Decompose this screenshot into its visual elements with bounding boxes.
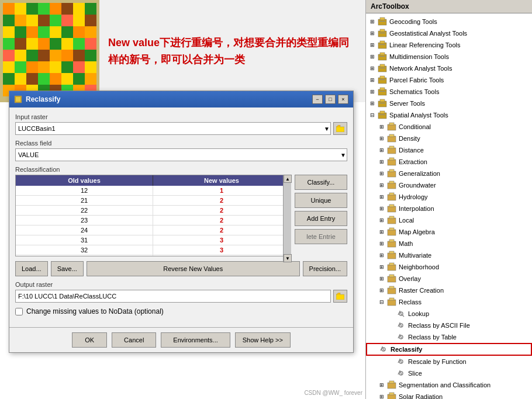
tree-label: Distance <box>399 147 424 154</box>
cancel-button[interactable]: Cancel <box>112 332 156 348</box>
missing-values-checkbox[interactable] <box>15 308 23 315</box>
svg-rect-56 <box>85 73 96 85</box>
tree-item-raster-creation[interactable]: ⊞ Raster Creation <box>366 284 532 296</box>
svg-rect-32 <box>85 38 96 50</box>
tree-item-schematics[interactable]: ⊞ Schematics Tools <box>366 86 532 98</box>
input-raster-row: ▼ <box>15 122 347 135</box>
tree-item-server[interactable]: ⊞ Server Tools <box>366 98 532 109</box>
svg-rect-46 <box>61 61 73 73</box>
toolbox-icon <box>378 110 387 120</box>
scroll-down-button[interactable]: ▼ <box>284 254 292 262</box>
tree-item-network[interactable]: ⊞ Network Analyst Tools <box>366 63 532 74</box>
table-row[interactable]: 242 <box>16 225 291 235</box>
tree-item-geostatistical[interactable]: ⊞ Geostatistical Analyst Tools <box>366 27 532 39</box>
tree-item-reclass-table[interactable]: ⊞ Reclass by Table <box>366 331 532 343</box>
action-buttons: Classify... Unique Add Entry lete Entrie <box>295 175 347 256</box>
expand-icon: ⊞ <box>368 64 376 72</box>
left-panel: New value下进行重编号，对想要合并的类型重编同样的新号，即可以合并为一类… <box>0 0 365 399</box>
expand-icon: ⊞ <box>378 134 386 143</box>
svg-rect-100 <box>388 148 396 154</box>
close-button[interactable]: × <box>338 95 348 104</box>
table-row[interactable]: 121 <box>16 186 291 196</box>
table-row[interactable]: 333 <box>16 255 291 256</box>
input-raster-field[interactable] <box>15 122 331 135</box>
output-raster-field[interactable] <box>15 290 331 303</box>
tree-item-reclassify[interactable]: ⊞ Reclassify <box>366 343 532 356</box>
delete-entry-button[interactable]: lete Entrie <box>295 229 347 244</box>
table-row[interactable]: 212 <box>16 196 291 206</box>
tree-item-math[interactable]: ⊞ Math <box>366 238 532 249</box>
expand-icon: ⊞ <box>378 181 386 189</box>
toolset-icon <box>387 181 396 190</box>
toolbox-icon <box>378 99 387 108</box>
tool-icon <box>396 309 406 318</box>
classify-button[interactable]: Classify... <box>295 175 347 190</box>
tree-item-extraction[interactable]: ⊞ Extraction <box>366 156 532 168</box>
load-button[interactable]: Load... <box>15 261 48 276</box>
maximize-button[interactable]: □ <box>325 95 336 104</box>
tree-item-conditional[interactable]: ⊞ Conditional <box>366 121 532 133</box>
expand-icon: ⊞ <box>378 228 386 236</box>
tree-item-multidimension[interactable]: ⊞ Multidimension Tools <box>366 51 532 63</box>
svg-rect-125 <box>389 286 394 289</box>
output-browse-button[interactable] <box>333 290 347 303</box>
tree-label: Hydrology <box>399 193 428 200</box>
expand-icon: ⊞ <box>378 204 386 213</box>
precision-button[interactable]: Precision... <box>303 261 347 276</box>
tree-item-parcel[interactable]: ⊞ Parcel Fabric Tools <box>366 74 532 86</box>
expand-icon: ⊞ <box>378 158 386 166</box>
svg-rect-47 <box>73 61 85 73</box>
unique-button[interactable]: Unique <box>295 193 347 208</box>
tree-item-density[interactable]: ⊞ Density <box>366 133 532 144</box>
table-row[interactable]: 313 <box>16 235 291 245</box>
tree-item-slice[interactable]: ⊞ Slice <box>366 367 532 379</box>
table-scrollbar[interactable]: ▲ ▼ <box>283 175 291 262</box>
scroll-up-button[interactable]: ▲ <box>284 175 292 183</box>
tree-item-rescale[interactable]: ⊞ Rescale by Function <box>366 356 532 367</box>
add-entry-button[interactable]: Add Entry <box>295 211 347 226</box>
table-row[interactable]: 323 <box>16 245 291 255</box>
tree-item-segmentation[interactable]: ⊞ Segmentation and Classification <box>366 379 532 391</box>
tree-item-spatial-analyst[interactable]: ⊟ Spatial Analyst Tools <box>366 109 532 121</box>
tree-label: Interpolation <box>399 205 434 212</box>
tree-item-reclass[interactable]: ⊟ Reclass <box>366 296 532 308</box>
tree-item-hydrology[interactable]: ⊞ Hydrology <box>366 191 532 203</box>
tree-label: Generalization <box>399 170 440 177</box>
tree-item-distance[interactable]: ⊞ Distance <box>366 144 532 156</box>
scroll-track <box>284 183 291 254</box>
table-rows[interactable]: 121 212 222 232 242 313 323 333 <box>16 186 291 256</box>
environments-button[interactable]: Environments... <box>161 332 230 348</box>
svg-rect-30 <box>61 38 73 50</box>
tree-item-geocoding[interactable]: ⊞ Geocoding Tools <box>366 16 532 27</box>
minimize-button[interactable]: − <box>312 95 323 104</box>
table-row[interactable]: 222 <box>16 206 291 216</box>
tree-item-neighborhood[interactable]: ⊞ Neighborhood <box>366 261 532 273</box>
svg-rect-99 <box>389 134 394 137</box>
tree-item-multivariate[interactable]: ⊞ Multivariate <box>366 249 532 261</box>
reverse-button[interactable]: Reverse New Values <box>87 261 300 276</box>
table-row[interactable]: 232 <box>16 216 291 225</box>
tree-item-groundwater[interactable]: ⊞ Groundwater <box>366 179 532 191</box>
toolset-icon <box>387 392 396 399</box>
tree-item-reclass-ascii[interactable]: ⊞ Reclass by ASCII File <box>366 320 532 331</box>
toolbox-icon <box>378 64 387 73</box>
tree-item-map-algebra[interactable]: ⊞ Map Algebra <box>366 226 532 238</box>
tree-item-lookup[interactable]: ⊞ Lookup <box>366 308 532 320</box>
tree-item-interpolation[interactable]: ⊞ Interpolation <box>366 203 532 214</box>
tree-item-generalization[interactable]: ⊞ Generalization <box>366 168 532 179</box>
svg-rect-98 <box>388 136 396 142</box>
input-raster-browse-button[interactable] <box>333 122 347 135</box>
old-values-header: Old values <box>16 175 153 186</box>
reclass-field-input[interactable] <box>15 148 347 161</box>
tree-item-solar[interactable]: ⊞ Solar Radiation <box>366 391 532 399</box>
tree-item-overlay[interactable]: ⊞ Overlay <box>366 273 532 284</box>
tree-container[interactable]: ⊞ Geocoding Tools ⊞ Geostatistical Analy… <box>366 13 532 399</box>
ok-button[interactable]: OK <box>72 332 107 348</box>
tree-item-local[interactable]: ⊞ Local <box>366 214 532 226</box>
tree-item-linear[interactable]: ⊞ Linear Referencing Tools <box>366 39 532 51</box>
show-help-button[interactable]: Show Help >> <box>235 332 291 348</box>
save-button[interactable]: Save... <box>51 261 84 276</box>
expand-icon: ⊞ <box>378 146 386 154</box>
svg-rect-115 <box>389 228 394 230</box>
arctoolbox-panel: ArcToolbox ⊞ Geocoding Tools ⊞ Geostatis… <box>365 0 532 399</box>
